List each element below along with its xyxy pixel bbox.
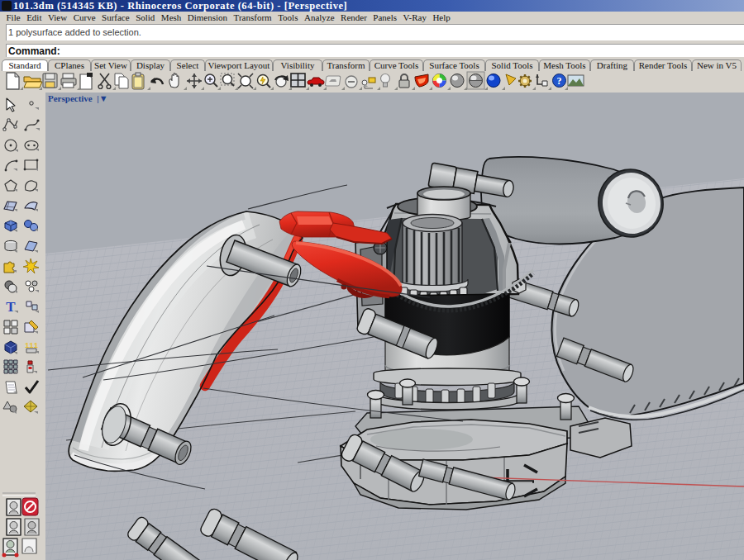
svg-text:?: ?: [557, 75, 562, 87]
svg-text:T: T: [6, 299, 16, 315]
